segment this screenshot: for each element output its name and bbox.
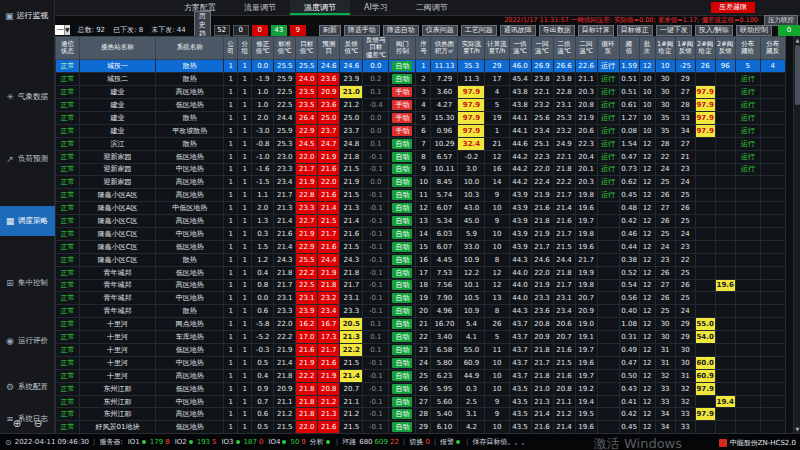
globe-icon[interactable]: ⊕: [13, 418, 21, 429]
col-header-19[interactable]: 二回 温℃: [575, 37, 597, 60]
green-status-button[interactable]: 0: [778, 25, 800, 36]
col-header-16[interactable]: 一供 温℃: [509, 37, 531, 60]
scroll-down-icon[interactable]: ▼: [794, 425, 800, 433]
col-header-21[interactable]: 频 值: [619, 37, 639, 60]
table-row-1[interactable]: 正常城投一散热110.025.525.524.624.60.0自动111.133…: [56, 60, 786, 73]
toolbar-button-9[interactable]: 一键下发: [656, 25, 692, 36]
toolbar-button-2[interactable]: 筛选自动: [383, 25, 419, 36]
table-row-20[interactable]: 正常青年城邦散热110.623.323.923.423.3-0.1自动204.9…: [56, 305, 786, 318]
col-header-2[interactable]: 系统名称: [156, 37, 224, 60]
table-row-11[interactable]: 正常隆鑫小区A区高区地热111.121.722.821.621.5-0.1自动1…: [56, 189, 786, 202]
col-header-4[interactable]: 分 组: [238, 37, 252, 60]
toolbar-button-10[interactable]: 投入/解除: [695, 25, 733, 36]
toolbar-button-4[interactable]: 工艺问题: [461, 25, 497, 36]
table-row-4[interactable]: 正常建业低区地热111.022.523.523.621.2-0.4手动44.27…: [56, 99, 786, 112]
sidebar-item-2[interactable]: ▦调度策略: [0, 206, 55, 236]
table-row-19[interactable]: 正常青年城邦中区地热110.023.123.123.223.1-0.1自动197…: [56, 292, 786, 305]
table-row-6[interactable]: 正常建业平改坡散热11-3.025.922.923.723.70.0手动60.9…: [56, 124, 786, 137]
scrollbar-thumb[interactable]: [795, 45, 800, 105]
col-header-20[interactable]: 循环 泵: [597, 37, 619, 60]
tab-1[interactable]: 流量调节: [230, 0, 290, 15]
table-row-29[interactable]: 正常好风景01地块低区地热110.521.522.021.621.5-0.1自动…: [56, 421, 786, 433]
col-header-5[interactable]: 修正 值℃: [252, 37, 274, 60]
toolbar-button-0[interactable]: 刷新: [319, 25, 341, 36]
col-header-10[interactable]: 反馈与目标 偏差℃: [363, 37, 389, 60]
col-header-17[interactable]: 一回 温℃: [531, 37, 553, 60]
col-header-22[interactable]: 批 次: [639, 37, 655, 60]
table-row-3[interactable]: 正常建业高区地热111.022.523.520.921.00.1手动33.609…: [56, 86, 786, 99]
table-row-28[interactable]: 正常东州江郡高区地热110.621.221.821.321.2-0.1自动285…: [56, 408, 786, 421]
toolbar-button-8[interactable]: 目标修正: [617, 25, 653, 36]
table-row-10[interactable]: 正常迎新家园高区地热11-1.523.421.922.021.90.0自动108…: [56, 176, 786, 189]
table-row-24[interactable]: 正常十里河中区地热110.521.421.921.621.5-0.1自动245.…: [56, 356, 786, 369]
table-row-13[interactable]: 正常隆鑫小区C区高区地热111.321.422.721.521.4-0.1自动1…: [56, 215, 786, 228]
cell: 29: [675, 73, 695, 86]
cell: 隆鑫小区C区: [80, 240, 156, 253]
table-row-26[interactable]: 正常东州江郡低区地热110.920.921.820.820.7-0.1自动265…: [56, 382, 786, 395]
scroll-up-icon[interactable]: ▲: [794, 36, 800, 44]
sidebar-item-3[interactable]: ⊞集中控制: [0, 268, 55, 298]
cell: 1: [238, 331, 252, 344]
toolbar-button-5[interactable]: 通讯故障: [500, 25, 536, 36]
col-header-1[interactable]: 换热站名称: [80, 37, 156, 60]
cell: 46.0: [509, 60, 531, 73]
cell: 12: [639, 240, 655, 253]
col-header-28[interactable]: 分布 频反: [760, 37, 785, 60]
col-header-11[interactable]: 阀门 控制: [389, 37, 416, 60]
table-row-16[interactable]: 正常隆鑫小区C区散热111.224.325.524.424.3-0.1自动164…: [56, 253, 786, 266]
cell: -0.1: [363, 382, 389, 395]
minimize-icon[interactable]: ⊖: [34, 418, 42, 429]
tab-3[interactable]: AI学习: [350, 0, 402, 15]
toolbar-button-7[interactable]: 目标计算: [578, 25, 614, 36]
table-row-22[interactable]: 正常十里河车库地热11-5.222.217.017.321.30.1自动223.…: [56, 331, 786, 344]
table-row-18[interactable]: 正常青年城邦高区地热110.821.722.521.821.7-0.1自动187…: [56, 279, 786, 292]
col-header-3[interactable]: 公 司: [224, 37, 238, 60]
toolbar-button-11[interactable]: 联动控制: [736, 25, 772, 36]
table-row-5[interactable]: 正常建业散热112.024.426.425.025.00.0手动515.3097…: [56, 111, 786, 124]
sidebar-item-1[interactable]: ↗负荷预测: [0, 144, 55, 174]
chevron-down-icon[interactable]: ▼: [64, 25, 70, 35]
col-header-12[interactable]: 序 号: [416, 37, 431, 60]
tab-2[interactable]: 温度调节: [290, 0, 350, 15]
cell: 21.6: [553, 215, 575, 228]
col-header-9[interactable]: 反馈 值℃: [340, 37, 363, 60]
cell: 自动: [389, 137, 416, 150]
col-header-8[interactable]: 预测 目: [318, 37, 340, 60]
table-row-23[interactable]: 正常十里河低区地热11-0.321.921.621.722.20.1自动236.…: [56, 344, 786, 357]
cell: 10: [485, 240, 509, 253]
toolbar-button-1[interactable]: 筛选手动: [344, 25, 380, 36]
table-row-15[interactable]: 正常隆鑫小区C区低区地热111.521.422.921.621.5-0.1自动1…: [56, 240, 786, 253]
toolbar-button-3[interactable]: 仪表问题: [422, 25, 458, 36]
col-header-26[interactable]: 2#阀 反馈: [715, 37, 735, 60]
col-header-18[interactable]: 二供 温℃: [553, 37, 575, 60]
table-row-7[interactable]: 正常滨江散热11-0.825.324.524.724.80.1自动710.293…: [56, 137, 786, 150]
col-header-23[interactable]: 1#阀 给定: [655, 37, 675, 60]
col-header-13[interactable]: 供热面 积万㎡: [431, 37, 458, 60]
col-header-24[interactable]: 1#阀 反馈: [675, 37, 695, 60]
table-row-25[interactable]: 正常十里河高区地热110.421.822.221.921.4-0.1自动256.…: [56, 369, 786, 382]
table-row-14[interactable]: 正常隆鑫小区C区中区地热110.321.621.921.721.6-0.1自动1…: [56, 227, 786, 240]
sidebar-item-5[interactable]: ⚙系统配置: [0, 372, 55, 402]
sidebar-item-0[interactable]: ☀气象数据: [0, 82, 55, 112]
toolbar-button-6[interactable]: 导出数据: [539, 25, 575, 36]
col-header-0[interactable]: 通信 状态: [56, 37, 80, 60]
cell: 20.9: [575, 305, 597, 318]
sidebar-item-4[interactable]: ◉运行评价: [0, 326, 55, 356]
cell: 22.0: [274, 318, 296, 331]
col-header-14[interactable]: 实际流 量T/h: [458, 37, 485, 60]
table-row-17[interactable]: 正常青年城邦低区地热110.421.822.221.921.8-0.1自动177…: [56, 266, 786, 279]
col-header-27[interactable]: 分布 频给: [735, 37, 760, 60]
tab-4[interactable]: 二阀调节: [402, 0, 462, 15]
table-row-12[interactable]: 正常隆鑫小区A区中低区地热112.021.323.321.421.3-0.1自动…: [56, 202, 786, 215]
col-header-15[interactable]: 计算流 量T/h: [485, 37, 509, 60]
table-row-2[interactable]: 正常城投二散热11-1.925.924.023.623.90.2自动27.291…: [56, 73, 786, 86]
company-dropdown[interactable]: 一分公司: [55, 25, 64, 35]
col-header-7[interactable]: 目标 值℃: [296, 37, 318, 60]
table-row-8[interactable]: 正常迎新家园低区地热11-1.023.022.021.921.8-0.1自动86…: [56, 150, 786, 163]
vertical-scrollbar[interactable]: ▲ ▼: [793, 36, 800, 433]
col-header-6[interactable]: 标准 值℃: [274, 37, 296, 60]
col-header-25[interactable]: 2#阀 给定: [695, 37, 715, 60]
table-row-21[interactable]: 正常十里河网点地热11-5.822.016.216.720.50.1自动2116…: [56, 318, 786, 331]
table-row-9[interactable]: 正常迎新家园中区地热11-1.623.321.721.621.5-0.1自动91…: [56, 163, 786, 176]
table-row-27[interactable]: 正常东州江郡中区地热110.721.121.821.221.1-0.1自动275…: [56, 395, 786, 408]
